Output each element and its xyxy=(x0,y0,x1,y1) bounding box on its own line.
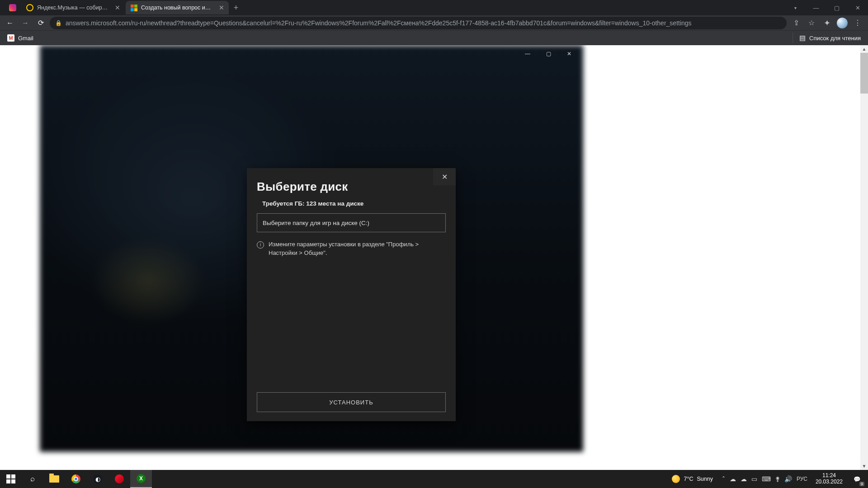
drive-select[interactable]: Выберите папку для игр на диске (C:) xyxy=(257,213,446,232)
taskbar-opera-gx[interactable] xyxy=(108,470,130,488)
clock-time: 11:24 xyxy=(816,473,843,479)
yandex-music-icon xyxy=(26,4,33,11)
select-drive-dialog: ✕ Выберите диск Требуется ГБ: 123 места … xyxy=(247,168,456,421)
instagram-icon xyxy=(9,4,16,11)
chrome-maximize-button[interactable]: ▢ xyxy=(826,0,847,15)
reading-list-icon: ▤ xyxy=(799,34,806,42)
tray-chevron-up-icon[interactable]: ˄ xyxy=(722,475,725,483)
page-viewport: — ▢ ✕ ✕ Выберите диск Требуется ГБ: 123 … xyxy=(0,45,868,470)
bookmark-star-icon[interactable]: ☆ xyxy=(805,17,818,29)
required-space-label: Требуется ГБ: 123 места на диске xyxy=(262,200,446,207)
weather-sun-icon xyxy=(672,475,680,483)
windows-taskbar: ⌕ ◐ X 7°C Sunny ˄ ☁ ☁ ▭ ⌨ ⚵ 🔊 РУС 11:24 … xyxy=(0,470,868,488)
reading-list-button[interactable]: ▤ Список для чтения xyxy=(793,32,863,44)
taskbar-clock[interactable]: 11:24 20.03.2022 xyxy=(811,473,847,485)
weather-temp: 7°C xyxy=(684,476,693,482)
start-button[interactable] xyxy=(0,470,22,488)
clock-date: 20.03.2022 xyxy=(816,479,843,485)
taskbar-xbox[interactable]: X xyxy=(130,470,152,488)
chrome-minimize-button[interactable]: ▾ xyxy=(785,0,806,15)
bookmarks-bar: M Gmail ▤ Список для чтения xyxy=(0,30,868,45)
reading-list-label: Список для чтения xyxy=(809,35,861,42)
drive-select-value: Выберите папку для игр на диске (C:) xyxy=(263,220,369,226)
tab-title: Яндекс.Музыка — собираем му xyxy=(37,5,109,11)
taskbar-weather[interactable]: 7°C Sunny xyxy=(666,475,718,483)
info-text: Измените параметры установки в разделе "… xyxy=(269,240,446,258)
url-text: answers.microsoft.com/ru-ru/newthread?th… xyxy=(66,19,692,27)
profile-avatar[interactable] xyxy=(835,17,849,29)
tab-ms-answers[interactable]: Создать новый вопрос или нач ✕ xyxy=(126,1,229,14)
tray-onedrive-icon[interactable]: ☁ xyxy=(730,475,736,483)
tab-title: Создать новый вопрос или нач xyxy=(141,5,213,11)
back-button[interactable]: ← xyxy=(4,17,16,29)
info-icon: i xyxy=(257,241,264,249)
close-icon[interactable]: ✕ xyxy=(115,4,120,11)
app-maximize-button[interactable]: ▢ xyxy=(538,47,559,61)
system-tray[interactable]: ˄ ☁ ☁ ▭ ⌨ ⚵ 🔊 РУС xyxy=(718,475,811,483)
chrome-close-button[interactable]: ✕ xyxy=(847,0,868,15)
forward-button[interactable]: → xyxy=(19,17,32,29)
tray-keyboard-icon[interactable]: ⌨ xyxy=(762,475,771,483)
bookmark-gmail[interactable]: M Gmail xyxy=(5,33,36,43)
taskbar-chrome[interactable] xyxy=(65,470,87,488)
tray-onedrive-icon[interactable]: ☁ xyxy=(741,475,747,483)
chrome-menu-button[interactable]: ⋮ xyxy=(851,17,864,29)
chrome-minimize-button[interactable]: — xyxy=(806,0,826,15)
close-icon[interactable]: ✕ xyxy=(219,4,224,11)
chrome-tabstrip: Яндекс.Музыка — собираем му ✕ Создать но… xyxy=(0,0,868,15)
scroll-up-icon[interactable]: ▲ xyxy=(860,45,868,53)
taskbar-steam[interactable]: ◐ xyxy=(87,470,108,488)
microsoft-icon xyxy=(130,4,137,11)
tray-wifi-icon[interactable]: ⚵ xyxy=(775,475,780,483)
app-minimize-button[interactable]: — xyxy=(517,47,538,61)
dialog-close-button[interactable]: ✕ xyxy=(433,168,456,185)
lock-icon: 🔒 xyxy=(55,20,62,26)
weather-text: Sunny xyxy=(697,476,712,482)
reload-button[interactable]: ⟳ xyxy=(34,17,47,29)
taskbar-file-explorer[interactable] xyxy=(43,470,65,488)
attached-screenshot: — ▢ ✕ ✕ Выберите диск Требуется ГБ: 123 … xyxy=(40,45,583,452)
tray-volume-icon[interactable]: 🔊 xyxy=(784,475,792,483)
action-center-button[interactable]: 💬 9 xyxy=(847,470,867,488)
address-bar[interactable]: 🔒 answers.microsoft.com/ru-ru/newthread?… xyxy=(50,17,787,29)
extensions-icon[interactable]: ✦ xyxy=(820,17,834,29)
tab-yandex-music[interactable]: Яндекс.Музыка — собираем му ✕ xyxy=(22,1,125,14)
share-icon[interactable]: ⇪ xyxy=(789,17,803,29)
install-button[interactable]: УСТАНОВИТЬ xyxy=(257,392,446,412)
new-tab-button[interactable]: + xyxy=(230,3,242,13)
bookmark-label: Gmail xyxy=(18,35,33,42)
tray-language[interactable]: РУС xyxy=(797,476,807,482)
install-button-label: УСТАНОВИТЬ xyxy=(329,399,373,406)
vertical-scrollbar[interactable]: ▲ ▼ xyxy=(860,45,868,470)
gmail-icon: M xyxy=(7,34,14,42)
search-button[interactable]: ⌕ xyxy=(22,470,43,488)
scroll-down-icon[interactable]: ▼ xyxy=(860,462,868,470)
app-close-button[interactable]: ✕ xyxy=(559,47,580,61)
tab-instagram[interactable] xyxy=(5,1,21,14)
info-hint: i Измените параметры установки в разделе… xyxy=(257,240,446,258)
scrollbar-thumb[interactable] xyxy=(860,53,868,94)
chrome-toolbar: ← → ⟳ 🔒 answers.microsoft.com/ru-ru/newt… xyxy=(0,15,868,30)
notification-count: 9 xyxy=(859,482,864,486)
dialog-title: Выберите диск xyxy=(257,180,446,194)
tray-battery-icon[interactable]: ▭ xyxy=(751,475,757,483)
